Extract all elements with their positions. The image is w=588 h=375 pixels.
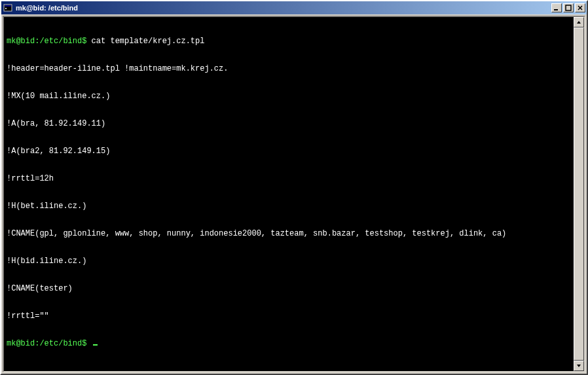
client-area: mk@bid:/etc/bind$ cat template/krej.cz.t… [1, 14, 587, 374]
prompt: mk@bid:/etc/bind$ [7, 37, 86, 46]
app-icon [3, 3, 13, 13]
svg-rect-3 [554, 9, 558, 10]
scroll-thumb[interactable] [574, 27, 584, 361]
close-button[interactable] [575, 3, 585, 12]
terminal-line: !H(bet.iline.cz.) [7, 202, 571, 211]
window-controls [551, 3, 585, 12]
command-text: cat template/krej.cz.tpl [86, 37, 204, 46]
terminal-line: !rrttl="" [7, 312, 571, 321]
svg-point-2 [5, 8, 7, 9]
svg-rect-1 [5, 5, 11, 7]
scroll-down-button[interactable] [574, 361, 584, 371]
window-title: mk@bid: /etc/bind [16, 4, 551, 12]
terminal-line: !A(bra, 81.92.149.11) [7, 119, 571, 128]
scrollbar[interactable] [574, 17, 584, 371]
terminal-line: !MX(10 mail.iline.cz.) [7, 92, 571, 101]
scroll-up-button[interactable] [574, 17, 584, 27]
terminal-line: mk@bid:/etc/bind$ [7, 339, 571, 348]
maximize-button[interactable] [563, 3, 574, 12]
terminal-line: !H(bid.iline.cz.) [7, 257, 571, 266]
titlebar[interactable]: mk@bid: /etc/bind [1, 1, 587, 14]
window-frame: mk@bid: /etc/bind mk@bid:/etc/bind$ cat … [0, 0, 588, 375]
terminal[interactable]: mk@bid:/etc/bind$ cat template/krej.cz.t… [4, 17, 574, 371]
minimize-button[interactable] [551, 3, 562, 12]
cursor [93, 344, 98, 346]
terminal-line: !rrttl=12h [7, 174, 571, 183]
terminal-frame: mk@bid:/etc/bind$ cat template/krej.cz.t… [3, 16, 585, 372]
svg-rect-4 [566, 5, 571, 10]
terminal-line: !CNAME(tester) [7, 284, 571, 293]
terminal-line: !header=header-iline.tpl !maintname=mk.k… [7, 64, 571, 73]
prompt: mk@bid:/etc/bind$ [7, 339, 86, 348]
scroll-track[interactable] [574, 27, 584, 361]
terminal-line: !CNAME(gpl, gplonline, www, shop, nunny,… [7, 229, 571, 238]
terminal-line: mk@bid:/etc/bind$ cat template/krej.cz.t… [7, 37, 571, 46]
terminal-line: !A(bra2, 81.92.149.15) [7, 147, 571, 156]
